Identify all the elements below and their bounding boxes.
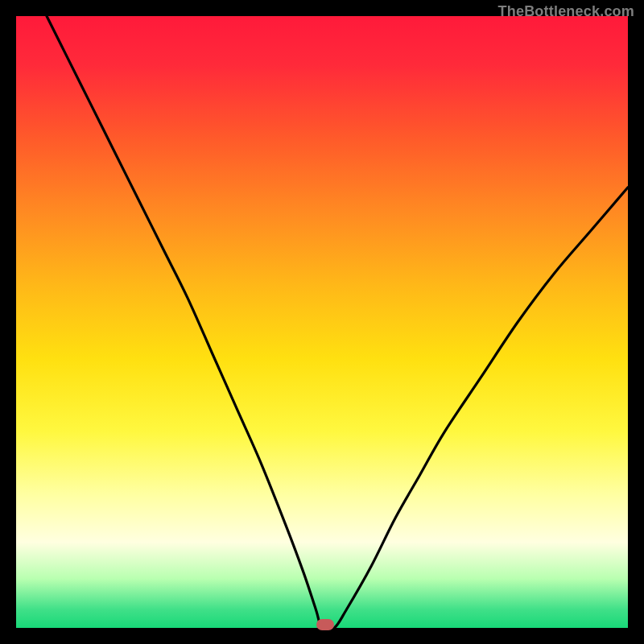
bottleneck-curve: [16, 16, 628, 628]
optimal-point-marker: [316, 619, 334, 630]
chart-frame: TheBottleneck.com: [0, 0, 644, 644]
